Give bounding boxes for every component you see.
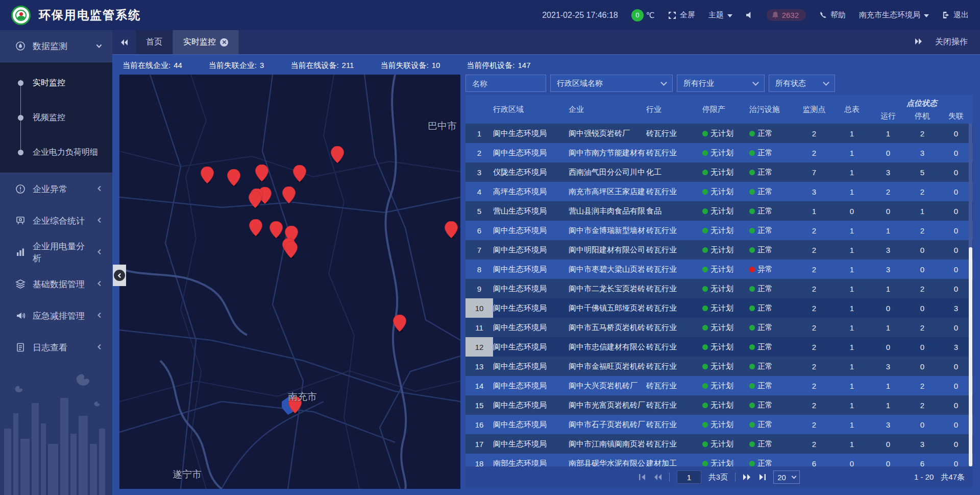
last-page-button[interactable]: [758, 474, 766, 481]
table-row[interactable]: 8阆中生态环境局阆中市枣碧大梁山页岩砖瓦行业无计划异常21300: [465, 260, 973, 279]
cell-meters: 1: [833, 434, 871, 454]
table-row[interactable]: 15阆中生态环境局阆中市光富页岩机砖厂砖瓦行业无计划正常21120: [465, 395, 973, 415]
cell-industry-text: 砖瓦行业: [646, 148, 677, 158]
stat-value: 147: [518, 61, 531, 70]
next-page-button[interactable]: [743, 474, 751, 481]
sidebar-item-0[interactable]: 数据监测: [0, 30, 112, 62]
map-pin-icon[interactable]: [393, 315, 406, 332]
sidebar-subitem-2[interactable]: 企业电力负荷明细: [0, 135, 112, 170]
map-panel[interactable]: 巴中市南充市遂宁市: [119, 75, 460, 488]
cell-points-text: 1: [812, 207, 816, 216]
cell-production-text: 无计划: [710, 303, 733, 313]
cell-region-text: 阆中生态环境局: [493, 148, 547, 158]
cell-row-number-text: 18: [475, 459, 484, 467]
name-filter-input[interactable]: [472, 79, 540, 88]
table-row[interactable]: 14阆中生态环境局阆中大兴页岩机砖厂砖瓦行业无计划正常21120: [465, 376, 973, 395]
table-row[interactable]: 13阆中生态环境局阆中市金福旺页岩机砖砖瓦行业无计划正常21300: [465, 357, 973, 376]
sidebar-subitem-1[interactable]: 视频监控: [0, 100, 112, 135]
cell-meters: 1: [833, 143, 871, 162]
sidebar-item-5[interactable]: 应急减排管理: [0, 300, 112, 332]
cell-industry: 砖瓦行业: [646, 415, 702, 434]
map-pin-icon[interactable]: [282, 186, 296, 204]
table-row[interactable]: 4高坪生态环境局南充市高坪区王家店建砖瓦行业无计划正常31220: [465, 182, 973, 201]
cell-running-text: 1: [886, 401, 890, 410]
sound-toggle-button[interactable]: [746, 11, 753, 19]
table-row[interactable]: 11阆中生态环境局阆中市五马桥页岩机砖砖瓦行业无计划正常21120: [465, 318, 973, 337]
cell-facility: 正常: [749, 434, 795, 454]
sidebar-item-2[interactable]: 企业综合统计: [0, 205, 112, 237]
chevron-left-icon: [97, 216, 102, 226]
table-scrollbar-thumb[interactable]: [969, 247, 972, 466]
table-row[interactable]: 1阆中生态环境局阆中强锐页岩砖厂砖瓦行业无计划正常21120: [465, 124, 973, 143]
industry-filter-select[interactable]: 所有行业: [677, 75, 765, 92]
table-row[interactable]: 2阆中生态环境局阆中市南方节能建材有砖瓦行业无计划正常21030: [465, 143, 973, 162]
status-dot-green-icon: [749, 170, 755, 175]
cell-stopped: 0: [905, 337, 939, 357]
table-row[interactable]: 16阆中生态环境局阆中市石子页岩机砖厂砖瓦行业无计划正常21300: [465, 415, 973, 434]
cell-stopped-text: 1: [920, 207, 924, 216]
tab-0[interactable]: 首页: [136, 30, 173, 54]
map-pin-icon[interactable]: [249, 191, 262, 208]
cell-points: 1: [795, 201, 833, 221]
page-size-select[interactable]: 20: [773, 470, 800, 484]
table-row[interactable]: 7阆中生态环境局阆中明阳建材有限公司砖瓦行业无计划正常21300: [465, 240, 973, 260]
tabs-scroll-right-button[interactable]: [915, 38, 923, 47]
sidebar-item-6[interactable]: 日志查看: [0, 332, 112, 363]
map-pin-icon[interactable]: [445, 221, 458, 239]
tab-1[interactable]: 实时监控: [173, 30, 239, 54]
cell-offline-text: 0: [954, 382, 958, 390]
cell-stopped-text: 5: [920, 168, 924, 177]
prev-page-button[interactable]: [653, 474, 662, 481]
logout-button[interactable]: 退出: [942, 10, 969, 20]
cell-stopped-text: 2: [920, 382, 924, 390]
cell-running-text: 1: [886, 285, 890, 293]
org-dropdown[interactable]: 南充市生态环境局: [859, 10, 929, 20]
cell-offline: 0: [939, 162, 973, 182]
map-pin-icon[interactable]: [249, 219, 262, 237]
cell-company: 阆中市南方节能建材有: [569, 143, 646, 162]
sidebar-subitem-0[interactable]: 实时监控: [0, 65, 112, 100]
tabs-scroll-left-button[interactable]: [112, 30, 136, 54]
table-row[interactable]: 3仪陇生态环境局西南油气田分公司川中化工无计划正常71350: [465, 162, 973, 182]
page-number-input[interactable]: [677, 470, 701, 484]
cell-facility-text: 异常: [757, 265, 773, 274]
map-pin-icon[interactable]: [331, 146, 344, 163]
region-filter-select[interactable]: 行政区域名称: [550, 75, 673, 92]
cell-production-text: 无计划: [710, 129, 733, 138]
fullscreen-button[interactable]: 全屏: [668, 10, 695, 20]
notification-badge[interactable]: 2632: [767, 9, 806, 21]
table-row[interactable]: 10阆中生态环境局阆中千佛镇五郎垭页岩砖瓦行业无计划正常21003: [465, 298, 973, 318]
table-row[interactable]: 5营山生态环境局营山县润丰肉食品有限食品无计划正常10010: [465, 201, 973, 221]
map-pin-icon[interactable]: [293, 165, 306, 182]
filter-row: 行政区域名称 所有行业 所有状态: [465, 75, 973, 92]
table-row[interactable]: 12阆中生态环境局阆中市忠信建材有限公砖瓦行业无计划正常21003: [465, 337, 973, 357]
sidebar-item-1[interactable]: 企业异常: [0, 173, 112, 205]
first-page-button[interactable]: [639, 474, 646, 481]
cell-industry: 砖瓦行业: [646, 260, 702, 279]
tab-close-icon[interactable]: [220, 38, 228, 46]
map-pin-icon[interactable]: [227, 169, 240, 186]
sidebar-item-3[interactable]: 企业用电量分析: [0, 237, 112, 268]
cell-company-text: 西南油气田分公司川中: [569, 168, 645, 177]
map-pin-icon[interactable]: [270, 221, 283, 239]
map-collapse-button[interactable]: [113, 265, 126, 286]
status-dot-green-icon: [749, 325, 755, 331]
table-row[interactable]: 9阆中生态环境局阆中市二龙长宝页岩砖砖瓦行业无计划正常21120: [465, 279, 973, 298]
map-pin-icon[interactable]: [284, 241, 298, 258]
cell-running-text: 0: [886, 343, 890, 351]
table-row[interactable]: 17阆中生态环境局阆中市江南镇阆南页岩砖瓦行业无计划正常21030: [465, 434, 973, 454]
tab-label: 首页: [146, 37, 162, 48]
cell-industry: 砖瓦行业: [646, 221, 702, 240]
close-operations-button[interactable]: 关闭操作: [935, 37, 968, 48]
table-row[interactable]: 18南部生态环境局南部县砚华水泥有限公建材加工无计划正常60060: [465, 454, 973, 466]
cell-stopped: 2: [905, 318, 939, 337]
cell-points: 2: [795, 395, 833, 415]
help-button[interactable]: 帮助: [819, 10, 846, 20]
theme-dropdown[interactable]: 主题: [708, 10, 732, 20]
status-filter-select[interactable]: 所有状态: [769, 75, 835, 92]
map-pin-icon[interactable]: [255, 164, 268, 182]
cell-meters: 1: [833, 395, 871, 415]
table-row[interactable]: 6阆中生态环境局阆中市金博瑞新型墙材砖瓦行业无计划正常21120: [465, 221, 973, 240]
map-pin-icon[interactable]: [201, 167, 214, 184]
sidebar-item-4[interactable]: 基础数据管理: [0, 268, 112, 300]
